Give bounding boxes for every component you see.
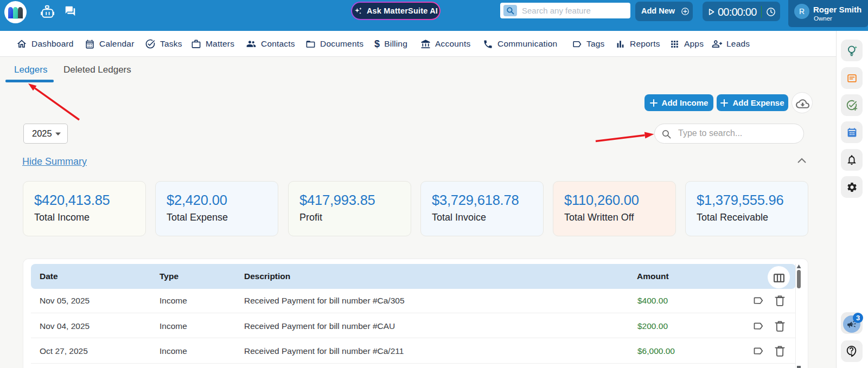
svg-text:3: 3 xyxy=(856,314,860,322)
